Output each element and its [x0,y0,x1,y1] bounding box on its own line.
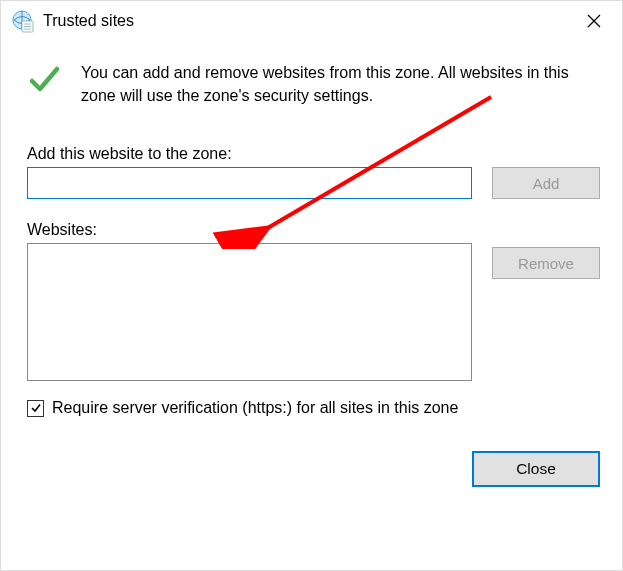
check-icon [30,402,42,414]
titlebar: Trusted sites [1,1,622,41]
websites-row: Websites: Remove [27,221,600,381]
remove-button[interactable]: Remove [492,247,600,279]
require-https-row[interactable]: Require server verification (https:) for… [27,399,600,417]
add-website-input[interactable] [27,167,472,199]
close-icon [587,14,601,28]
require-https-checkbox[interactable] [27,400,44,417]
websites-listbox[interactable] [27,243,472,381]
checkmark-icon [27,63,61,100]
add-website-label: Add this website to the zone: [27,145,472,163]
info-text: You can add and remove websites from thi… [81,61,600,107]
add-website-row: Add this website to the zone: Add [27,145,600,199]
require-https-label: Require server verification (https:) for… [52,399,458,417]
websites-label: Websites: [27,221,472,239]
globe-zone-icon [11,9,35,33]
info-row: You can add and remove websites from thi… [27,61,600,107]
dialog-footer: Close [27,451,600,487]
add-button[interactable]: Add [492,167,600,199]
dialog-content: You can add and remove websites from thi… [1,41,622,505]
window-close-button[interactable] [574,6,614,36]
window-title: Trusted sites [43,12,574,30]
close-button[interactable]: Close [472,451,600,487]
